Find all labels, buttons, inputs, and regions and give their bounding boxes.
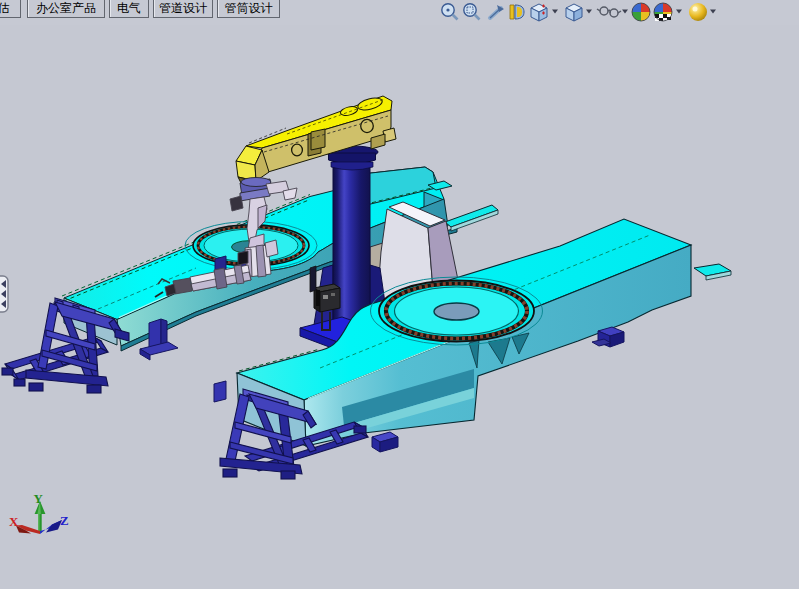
svg-text:X: X (9, 514, 19, 529)
svg-text:Y: Y (34, 491, 44, 506)
svg-text:Z: Z (60, 513, 69, 528)
